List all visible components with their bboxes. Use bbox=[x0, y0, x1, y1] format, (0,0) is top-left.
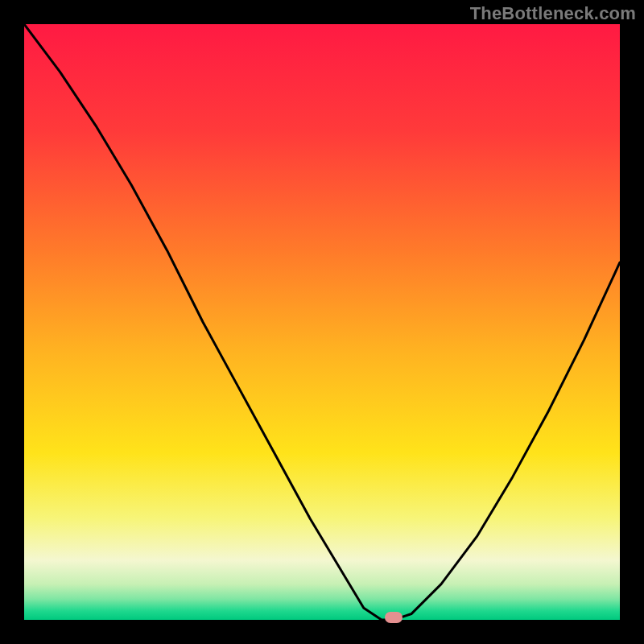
gradient-rect bbox=[24, 24, 620, 620]
chart-svg bbox=[24, 24, 620, 620]
optimum-marker bbox=[385, 612, 402, 623]
watermark-text: TheBottleneck.com bbox=[470, 3, 636, 24]
chart-frame: TheBottleneck.com bbox=[0, 0, 644, 644]
plot-area bbox=[24, 24, 620, 620]
